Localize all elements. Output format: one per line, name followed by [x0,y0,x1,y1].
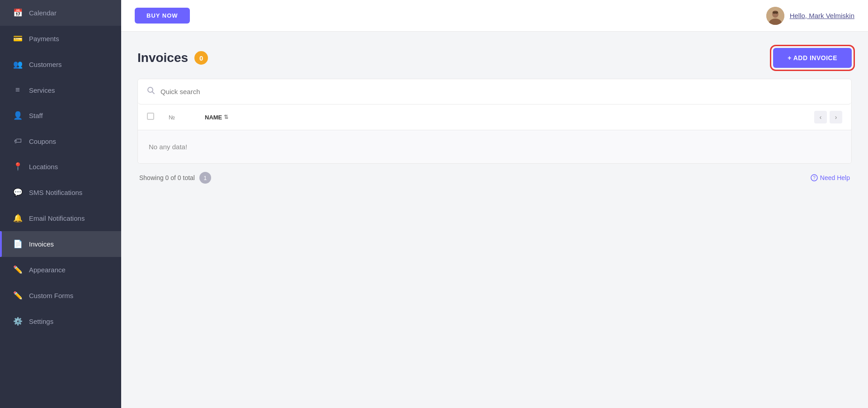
need-help-label: Need Help [820,174,850,181]
page-header: Invoices 0 + ADD INVOICE [137,48,852,68]
sidebar-item-staff[interactable]: 👤 Staff [0,103,121,128]
email-notifications-icon: 🔔 [13,213,23,223]
custom-forms-icon: ✏️ [13,291,23,300]
sidebar-item-label-customers: Customers [29,61,62,68]
staff-icon: 👤 [13,111,23,120]
sidebar-item-label-custom-forms: Custom Forms [29,292,73,299]
invoices-table-container: № NAME ⇅ ‹ › No any data! [137,79,852,164]
page-title: Invoices [137,51,188,65]
invoice-count-badge: 0 [194,51,208,65]
svg-line-7 [152,92,155,94]
sidebar-item-appearance[interactable]: ✏️ Appearance [0,257,121,283]
sidebar-item-custom-forms[interactable]: ✏️ Custom Forms [0,283,121,308]
buy-now-button[interactable]: BUY NOW [135,8,190,24]
help-icon: ? [811,174,818,181]
topbar: BUY NOW Hello, Mark Velmiskin [121,0,868,32]
no-data-message: No any data! [138,130,851,163]
table-header: № NAME ⇅ ‹ › [138,104,851,130]
appearance-icon: ✏️ [13,265,23,275]
showing-label: Showing 0 of 0 total [139,174,195,181]
next-page-button[interactable]: › [830,111,842,123]
user-name[interactable]: Hello, Mark Velmiskin [790,12,854,19]
sidebar-item-invoices[interactable]: 📄 Invoices [0,231,121,257]
locations-icon: 📍 [13,162,23,171]
calendar-icon: 📅 [13,8,23,18]
svg-rect-5 [773,11,778,14]
sidebar-item-payments[interactable]: 💳 Payments [0,26,121,52]
add-invoice-button[interactable]: + ADD INVOICE [773,48,852,68]
avatar [766,7,784,25]
showing-text: Showing 0 of 0 total 1 [139,172,211,184]
sidebar-item-label-invoices: Invoices [29,240,54,248]
sidebar-item-label-services: Services [29,86,55,94]
table-nav: ‹ › [814,111,842,123]
col-num-label: № [169,114,175,121]
need-help-link[interactable]: ? Need Help [811,174,850,181]
sidebar-item-locations[interactable]: 📍 Locations [0,154,121,180]
sidebar-item-label-locations: Locations [29,163,58,171]
invoices-icon: 📄 [13,239,23,249]
sidebar-item-label-payments: Payments [29,35,59,43]
prev-page-button[interactable]: ‹ [814,111,827,123]
sidebar-item-settings[interactable]: ⚙️ Settings [0,308,121,334]
sidebar-item-label-appearance: Appearance [29,266,66,274]
sidebar-item-coupons[interactable]: 🏷 Coupons [0,128,121,154]
svg-text:?: ? [813,176,816,180]
customers-icon: 👥 [13,60,23,69]
sidebar-item-label-calendar: Calendar [29,9,57,17]
payments-icon: 💳 [13,34,23,43]
sidebar-item-sms-notifications[interactable]: 💬 SMS Notifications [0,180,121,205]
settings-icon: ⚙️ [13,317,23,326]
search-area [138,79,851,104]
col-name[interactable]: NAME ⇅ [205,114,805,121]
sidebar-item-label-coupons: Coupons [29,138,56,145]
page-title-area: Invoices 0 [137,51,208,65]
user-area[interactable]: Hello, Mark Velmiskin [766,7,854,25]
content-area: Invoices 0 + ADD INVOICE [121,32,868,408]
search-input[interactable] [160,88,842,95]
sidebar-item-label-staff: Staff [29,112,43,119]
sidebar-item-email-notifications[interactable]: 🔔 Email Notifications [0,205,121,231]
main-content: BUY NOW Hello, Mark Velmiskin Invoices 0 [121,0,868,408]
page-number-badge: 1 [199,172,211,184]
sidebar-item-services[interactable]: ≡ Services [0,77,121,103]
sidebar-item-label-email-notifications: Email Notifications [29,214,85,222]
select-all-checkbox[interactable] [147,113,160,122]
col-name-label: NAME [205,114,222,121]
sidebar-item-customers[interactable]: 👥 Customers [0,52,121,77]
checkbox-box [147,113,154,120]
sidebar-item-label-sms-notifications: SMS Notifications [29,189,82,196]
sidebar-item-calendar[interactable]: 📅 Calendar [0,0,121,26]
services-icon: ≡ [13,85,23,95]
sort-icon: ⇅ [224,114,228,120]
table-footer: Showing 0 of 0 total 1 ? Need Help [137,172,852,184]
col-num: № [169,114,196,121]
coupons-icon: 🏷 [13,137,23,146]
sidebar-item-label-settings: Settings [29,318,53,325]
sms-notifications-icon: 💬 [13,188,23,197]
sidebar: 📅 Calendar 💳 Payments 👥 Customers ≡ Serv… [0,0,121,408]
search-icon [147,86,155,97]
